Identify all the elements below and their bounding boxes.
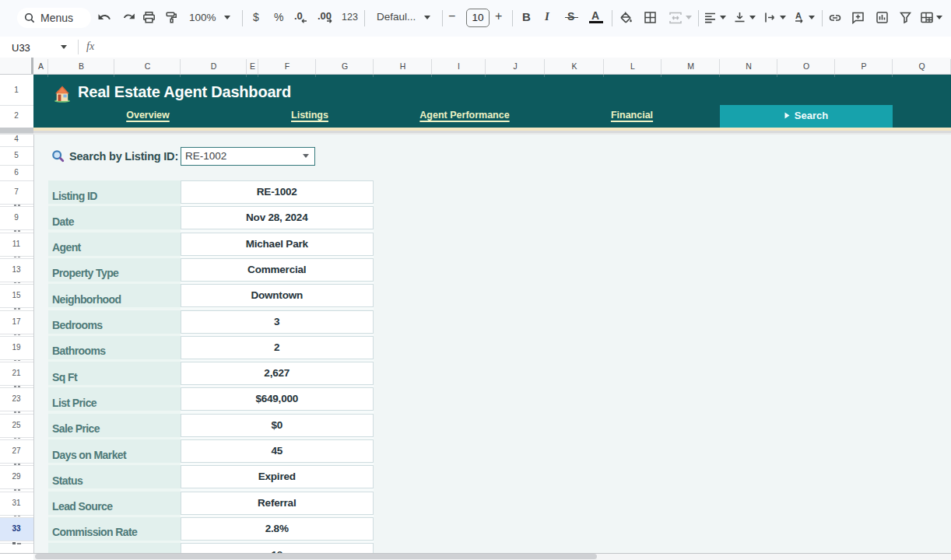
svg-text:A: A xyxy=(795,11,802,20)
